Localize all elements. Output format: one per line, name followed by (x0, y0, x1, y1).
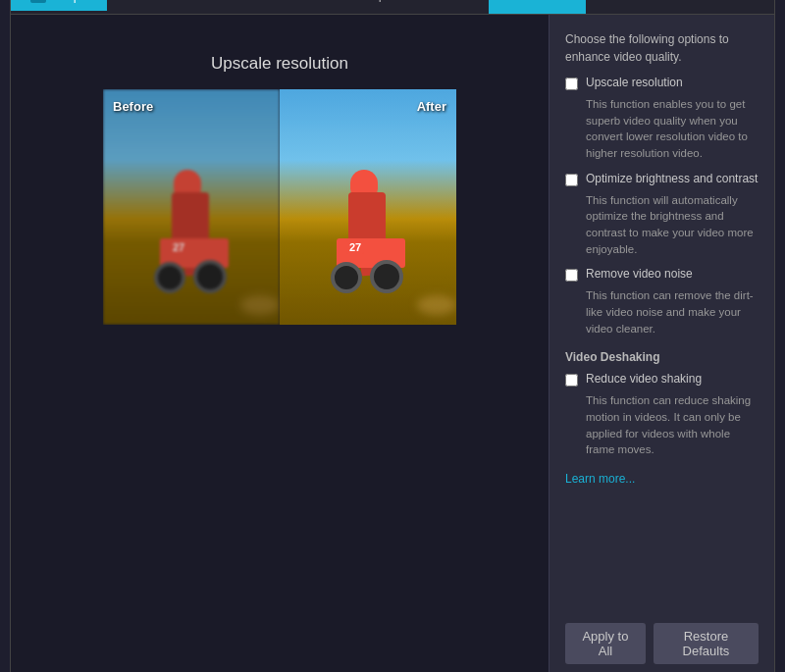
option-noise-row: Remove video noise (565, 267, 759, 282)
bike-wheel-f (193, 260, 227, 293)
tab-effect[interactable]: Effect (409, 0, 489, 14)
content-area: Upscale resolution Before (11, 15, 774, 672)
tab-bar: 4.mp4 Rotate 3D Crop Effect Enhance Wate… (11, 0, 774, 15)
option-brightness-row: Optimize brightness and contrast (565, 172, 759, 186)
brightness-checkbox[interactable] (565, 174, 578, 186)
bike-wheel-r (154, 262, 185, 293)
preview-before: Before 27 (103, 89, 280, 325)
noise-checkbox[interactable] (565, 269, 578, 282)
restore-defaults-button[interactable]: Restore Defaults (654, 623, 759, 664)
right-panel: Choose the following options to enhance … (549, 15, 774, 672)
preview-images: Before 27 (103, 89, 456, 325)
noise-desc: This function can remove the dirt-like v… (586, 287, 759, 336)
brightness-label[interactable]: Optimize brightness and contrast (586, 172, 758, 185)
after-image: 27 (280, 89, 456, 325)
tab-enhance[interactable]: Enhance (489, 0, 586, 14)
intro-text: Choose the following options to enhance … (565, 30, 759, 66)
preview-title: Upscale resolution (211, 54, 348, 74)
tab-rotate[interactable]: Rotate (186, 0, 271, 14)
apply-to-all-button[interactable]: Apply to All (565, 623, 646, 664)
edit-dialog: Edit ✕ 4.mp4 Rotate 3D Crop Effect Enhan… (10, 0, 775, 672)
learn-more-link[interactable]: Learn more... (565, 472, 759, 486)
file-tab-label: 4.mp4 (52, 0, 87, 3)
preview-panel: Upscale resolution Before (11, 15, 549, 672)
preview-after: After 27 (280, 89, 456, 325)
bike-number: 27 (170, 240, 187, 254)
deshake-desc: This function can reduce shaking motion … (586, 392, 759, 458)
file-icon (30, 0, 46, 3)
upscale-checkbox[interactable] (565, 78, 578, 90)
bike-wheel-f-after (370, 260, 403, 293)
deshaking-section-header: Video Deshaking (565, 350, 759, 364)
option-upscale-row: Upscale resolution (565, 76, 759, 90)
deshake-checkbox[interactable] (565, 374, 578, 387)
nav-tabs: Rotate 3D Crop Effect Enhance Watermark (107, 0, 774, 14)
before-image: 27 (103, 89, 280, 325)
deshake-label[interactable]: Reduce video shaking (586, 372, 702, 386)
after-label: After (417, 99, 446, 114)
tab-crop[interactable]: Crop (335, 0, 409, 14)
file-tab[interactable]: 4.mp4 (11, 0, 107, 11)
bike-number-after: 27 (346, 240, 364, 254)
before-label: Before (113, 99, 153, 114)
dirt-cloud-after (417, 295, 456, 315)
upscale-desc: This function enables you to get superb … (586, 96, 759, 162)
option-deshake-row: Reduce video shaking (565, 372, 759, 387)
dirt-cloud (240, 295, 280, 315)
brightness-desc: This function will automatically optimiz… (586, 192, 759, 258)
tab-3d[interactable]: 3D (271, 0, 335, 14)
tab-watermark[interactable]: Watermark (586, 0, 695, 14)
rider-before: 27 (152, 158, 231, 295)
noise-label[interactable]: Remove video noise (586, 267, 693, 281)
rider-after: 27 (329, 158, 407, 295)
bike-wheel-r-after (331, 262, 362, 293)
upscale-label[interactable]: Upscale resolution (586, 76, 683, 89)
